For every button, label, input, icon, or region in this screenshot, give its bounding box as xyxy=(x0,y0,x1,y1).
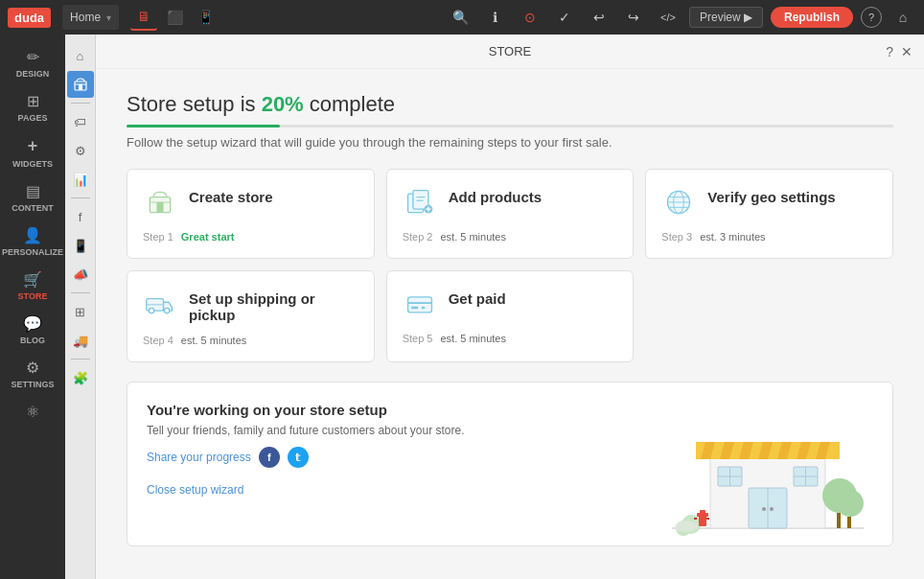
get-paid-time: est. 5 minutes xyxy=(440,333,505,344)
bottom-title: You're working on your store setup xyxy=(147,402,662,418)
close-wizard-link[interactable]: Close setup wizard xyxy=(147,483,662,497)
svg-point-48 xyxy=(837,490,864,517)
svg-rect-25 xyxy=(421,307,425,310)
rail-truck[interactable]: 🚚 xyxy=(67,327,94,354)
create-store-meta: Step 1 Great start xyxy=(143,231,358,243)
rail-grid[interactable]: ⊞ xyxy=(67,298,94,325)
check-icon[interactable]: ✓ xyxy=(551,4,578,31)
create-store-name: Create store xyxy=(189,189,273,205)
shipping-step: Step 4 xyxy=(143,335,173,346)
sidebar-item-settings[interactable]: ⚙ SETTINGS xyxy=(4,353,61,395)
add-products-step: Step 2 xyxy=(403,231,433,243)
verify-geo-step: Step 3 xyxy=(661,231,692,243)
rail-puzzle[interactable]: 🧩 xyxy=(67,364,94,391)
rail-home[interactable]: ⌂ xyxy=(67,42,94,69)
add-products-meta: Step 2 est. 5 minutes xyxy=(403,231,618,243)
step-card-shipping[interactable]: Set up shipping or pickup Step 4 est. 5 … xyxy=(127,270,375,362)
sidebar-item-blog[interactable]: 💬 BLOG xyxy=(4,309,61,351)
get-paid-name: Get paid xyxy=(449,290,506,307)
home-icon[interactable]: ⌂ xyxy=(889,4,916,31)
settings-icon: ⚙ xyxy=(26,359,39,377)
step-card-add-products[interactable]: Add products Step 2 est. 5 minutes xyxy=(386,169,635,259)
shipping-meta: Step 4 est. 5 minutes xyxy=(143,335,358,346)
svg-rect-5 xyxy=(156,202,163,213)
device-icons: 🖥 ⬛ 📱 xyxy=(130,4,219,31)
sidebar-label-content: CONTENT xyxy=(12,203,54,213)
info-icon[interactable]: ℹ xyxy=(482,4,509,31)
store-illustration xyxy=(662,402,873,526)
panel-close-icon[interactable]: ✕ xyxy=(901,44,912,59)
code-icon[interactable]: </> xyxy=(655,4,681,31)
rail-chart[interactable]: 📊 xyxy=(67,166,94,193)
twitter-icon[interactable]: 𝕥 xyxy=(288,447,309,468)
help-icon[interactable]: ? xyxy=(861,7,882,28)
content-icon: ▤ xyxy=(26,182,40,200)
nav-chevron: ▾ xyxy=(106,12,111,23)
design-icon: ✏ xyxy=(27,48,39,66)
sidebar-item-personalize[interactable]: 👤 PERSONALIZE xyxy=(4,220,61,263)
sidebar-item-widgets[interactable]: + WIDGETS xyxy=(4,130,61,174)
rail-tag[interactable]: 🏷 xyxy=(67,108,94,135)
rail-store[interactable] xyxy=(67,71,94,98)
step-paid-header: Get paid xyxy=(403,287,618,321)
toolbar-right: 🔍 ℹ ⊙ ✓ ↩ ↪ </> Preview ▶ Republish ? ⌂ xyxy=(448,4,916,31)
step-create-header: Create store xyxy=(143,185,358,220)
preview-button[interactable]: Preview ▶ xyxy=(689,7,763,28)
bottom-subtitle: Tell your friends, family and future cus… xyxy=(147,424,662,437)
svg-point-20 xyxy=(164,308,169,313)
widgets-icon: + xyxy=(28,136,38,156)
steps-grid: Create store Step 1 Great start xyxy=(127,169,893,362)
desktop-icon[interactable]: 🖥 xyxy=(130,4,157,31)
svg-point-39 xyxy=(762,507,766,511)
search-icon[interactable]: 🔍 xyxy=(448,4,474,31)
sidebar-label-personalize: PERSONALIZE xyxy=(2,247,63,257)
tablet-icon[interactable]: ⬛ xyxy=(161,4,188,31)
svg-rect-2 xyxy=(79,84,82,90)
svg-rect-55 xyxy=(700,510,705,514)
rail-mobile[interactable]: 📱 xyxy=(67,232,94,259)
pages-icon: ⊞ xyxy=(27,92,39,110)
sidebar-item-design[interactable]: ✏ DESIGN xyxy=(4,42,61,84)
sidebar-item-store[interactable]: 🛒 STORE xyxy=(4,265,61,307)
sidebar-item-extra[interactable]: ⚛ xyxy=(4,397,61,427)
setup-title-suffix: complete xyxy=(304,92,395,116)
user-circle-icon[interactable]: ⊙ xyxy=(517,4,543,31)
shipping-icon xyxy=(143,287,177,321)
get-paid-step: Step 5 xyxy=(403,333,433,344)
rail-gear[interactable]: ⚙ xyxy=(67,137,94,164)
rail-fb[interactable]: f xyxy=(67,203,94,230)
step-card-verify-geo[interactable]: Verify geo settings Step 3 est. 3 minute… xyxy=(645,169,893,259)
sidebar-item-content[interactable]: ▤ CONTENT xyxy=(4,176,61,219)
create-store-status: Great start xyxy=(181,231,235,243)
sidebar-label-widgets: WIDGETS xyxy=(12,159,53,169)
svg-rect-22 xyxy=(407,297,431,313)
step-card-get-paid[interactable]: Get paid Step 5 est. 5 minutes xyxy=(386,270,635,362)
store-panel-header: STORE ? ✕ xyxy=(96,35,924,69)
nav-home-label: Home xyxy=(70,11,101,24)
step-card-create-store[interactable]: Create store Step 1 Great start xyxy=(127,169,375,259)
personalize-icon: 👤 xyxy=(23,226,42,244)
sidebar-label-store: STORE xyxy=(18,291,48,301)
sidebar: ✏ DESIGN ⊞ PAGES + WIDGETS ▤ CONTENT 👤 P… xyxy=(0,35,65,579)
svg-rect-24 xyxy=(411,307,418,310)
undo-icon[interactable]: ↩ xyxy=(586,4,612,31)
add-products-time: est. 5 minutes xyxy=(440,231,505,243)
main-layout: ✏ DESIGN ⊞ PAGES + WIDGETS ▤ CONTENT 👤 P… xyxy=(0,35,924,579)
nav-home[interactable]: Home ▾ xyxy=(62,5,119,30)
share-row: Share your progress f 𝕥 xyxy=(147,447,662,468)
share-link[interactable]: Share your progress xyxy=(147,451,251,464)
mobile-icon[interactable]: 📱 xyxy=(192,4,219,31)
shipping-time: est. 5 minutes xyxy=(181,335,246,346)
rail-megaphone[interactable]: 📣 xyxy=(67,261,94,288)
sidebar-item-pages[interactable]: ⊞ PAGES xyxy=(4,86,61,128)
republish-button[interactable]: Republish xyxy=(771,7,853,28)
redo-icon[interactable]: ↪ xyxy=(620,4,647,31)
progress-fill xyxy=(127,125,280,127)
step-products-header: Add products xyxy=(403,185,618,220)
store-content: Store setup is 20% complete Follow the s… xyxy=(96,69,924,569)
logo[interactable]: duda xyxy=(8,8,51,28)
blog-icon: 💬 xyxy=(23,314,42,333)
setup-title-prefix: Store setup is xyxy=(127,92,262,116)
facebook-icon[interactable]: f xyxy=(259,447,280,468)
panel-help-icon[interactable]: ? xyxy=(886,44,893,59)
